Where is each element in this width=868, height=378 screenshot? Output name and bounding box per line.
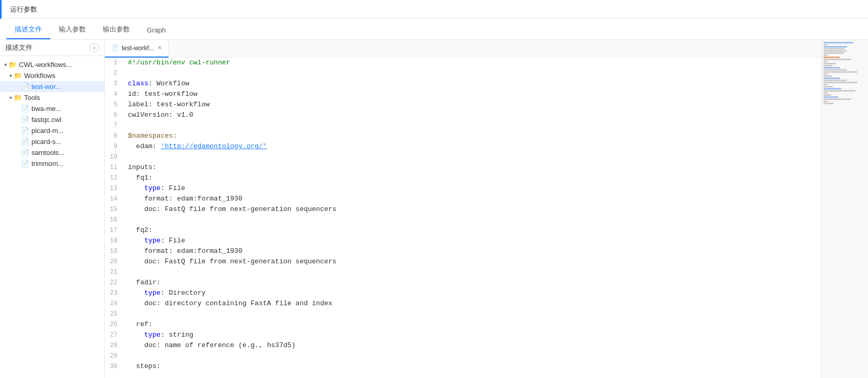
code-line: 20 doc: FastQ file from next-generation … (105, 257, 821, 267)
tab-graph[interactable]: Graph (138, 22, 174, 39)
sidebar-title: 描述文件 (5, 43, 32, 52)
file-icon: 📄 (21, 138, 29, 146)
code-line: 21 (105, 267, 821, 277)
code-line: 8$namespaces: (105, 131, 821, 141)
tree-label-tools: Tools (24, 94, 40, 102)
line-content: type: string (124, 330, 821, 340)
line-content: class: Workflow (124, 79, 821, 89)
file-icon: 📄 (21, 105, 29, 113)
tree-label-cwl-root: CWL-workflows... (19, 61, 72, 69)
line-number: 28 (105, 340, 124, 351)
line-content: #!/usr/bin/env cwl-runner (124, 58, 821, 68)
file-icon: 📄 (21, 116, 29, 124)
tree-item-test-wor[interactable]: ▾ 📄 test-wor... (0, 81, 104, 92)
tree-item-samtools[interactable]: ▾ 📄 samtools... (0, 147, 104, 158)
tree-label-samtools: samtools... (31, 149, 64, 157)
editor-tab-label: test-workf... (122, 45, 154, 52)
line-number: 8 (105, 131, 124, 141)
line-number: 13 (105, 183, 124, 194)
line-content (124, 351, 821, 361)
code-line: 19 format: edam:format_1930 (105, 246, 821, 257)
code-line: 22 fadir: (105, 277, 821, 288)
folder-icon: 📁 (14, 94, 22, 102)
code-line: 30 steps: (105, 361, 821, 372)
line-content: type: File (124, 236, 821, 246)
code-line: 23 type: Directory (105, 288, 821, 298)
file-icon: 📄 (21, 83, 29, 91)
code-line: 11inputs: (105, 162, 821, 173)
tree-item-fastqc[interactable]: ▾ 📄 fastqc.cwl (0, 114, 104, 125)
tree-item-picard-s[interactable]: ▾ 📄 picard-s... (0, 136, 104, 147)
sidebar: 描述文件 ‹ ▾ 📁 CWL-workflows... ▾ 📁 Workflow… (0, 40, 105, 378)
file-icon: 📄 (21, 127, 29, 135)
line-number: 15 (105, 204, 124, 215)
top-bar: 运行参数 (0, 0, 868, 19)
sidebar-tree: ▾ 📁 CWL-workflows... ▾ 📁 Workflows ▾ 📄 t… (0, 56, 104, 378)
main-area: 描述文件 ‹ ▾ 📁 CWL-workflows... ▾ 📁 Workflow… (0, 40, 868, 378)
line-content: type: Directory (124, 288, 821, 298)
line-content: $namespaces: (124, 131, 821, 141)
tree-label-trimmom: trimmom... (31, 160, 63, 168)
tree-label-workflows: Workflows (24, 72, 56, 80)
tabs-bar: 描述文件 输入参数 输出参数 Graph (0, 19, 868, 40)
file-icon: 📄 (21, 160, 29, 168)
tree-label-picard-m: picard-m... (31, 127, 63, 135)
line-content (124, 267, 821, 277)
code-line: 16 (105, 215, 821, 225)
sidebar-collapse-button[interactable]: ‹ (90, 43, 99, 52)
arrow-icon: ▾ (9, 73, 12, 79)
line-number: 4 (105, 89, 124, 99)
line-number: 24 (105, 298, 124, 309)
line-number: 20 (105, 257, 124, 267)
top-bar-title: 运行参数 (10, 5, 37, 14)
tree-item-picard-m[interactable]: ▾ 📄 picard-m... (0, 125, 104, 136)
code-editor[interactable]: 1#!/usr/bin/env cwl-runner2 3class: Work… (105, 58, 821, 378)
code-line: 13 type: File (105, 183, 821, 194)
arrow-icon: ▾ (4, 62, 7, 68)
code-line: 9 edam: 'http://edamontology.org/' (105, 141, 821, 152)
tree-item-cwl-root[interactable]: ▾ 📁 CWL-workflows... (0, 59, 104, 70)
line-content: doc: name of reference (e.g., hs37d5) (124, 340, 821, 351)
line-number: 10 (105, 152, 124, 162)
line-number: 16 (105, 215, 124, 225)
line-content: inputs: (124, 162, 821, 173)
line-number: 17 (105, 225, 124, 236)
line-number: 12 (105, 173, 124, 183)
line-content: fq1: (124, 173, 821, 183)
line-content (124, 309, 821, 319)
tree-item-workflows[interactable]: ▾ 📁 Workflows (0, 70, 104, 81)
code-line: 26 ref: (105, 319, 821, 330)
line-content: format: edam:format_1930 (124, 246, 821, 257)
line-content: doc: FastQ file from next-generation seq… (124, 204, 821, 215)
tree-item-tools[interactable]: ▾ 📁 Tools (0, 92, 104, 103)
line-number: 6 (105, 110, 124, 120)
tab-close-button[interactable]: ✕ (157, 45, 162, 51)
code-line: 14 format: edam:format_1930 (105, 194, 821, 204)
code-line: 25 (105, 309, 821, 319)
minimap-content (821, 40, 868, 107)
tab-describe[interactable]: 描述文件 (6, 20, 50, 39)
code-line: 29 (105, 351, 821, 361)
tree-label-test-wor: test-wor... (31, 83, 61, 91)
line-content: fadir: (124, 277, 821, 288)
editor-tab-test-workf[interactable]: 📄 test-workf... ✕ (105, 40, 169, 58)
line-number: 30 (105, 361, 124, 372)
line-number: 2 (105, 68, 124, 79)
line-content (124, 120, 821, 131)
line-content (124, 152, 821, 162)
editor-tab-bar: 📄 test-workf... ✕ (105, 40, 821, 58)
line-number: 26 (105, 319, 124, 330)
code-line: 4id: test-workflow (105, 89, 821, 99)
line-content: cwlVersion: v1.0 (124, 110, 821, 120)
code-line: 5label: test-workflow (105, 99, 821, 110)
line-number: 21 (105, 267, 124, 277)
line-content: edam: 'http://edamontology.org/' (124, 141, 821, 152)
file-tab-icon: 📄 (111, 45, 118, 51)
line-number: 25 (105, 309, 124, 319)
tree-item-trimmom[interactable]: ▾ 📄 trimmom... (0, 158, 104, 169)
tab-output[interactable]: 输出参数 (94, 20, 138, 39)
folder-icon: 📁 (8, 61, 17, 69)
line-number: 14 (105, 194, 124, 204)
tree-item-bwa-me[interactable]: ▾ 📄 bwa-me... (0, 103, 104, 114)
tab-input[interactable]: 输入参数 (50, 20, 94, 39)
